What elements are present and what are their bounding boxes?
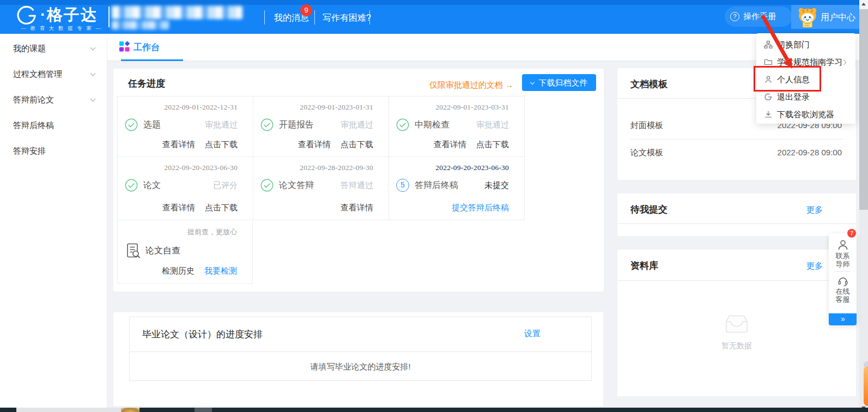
task-card-title: 任务进度 bbox=[128, 77, 165, 90]
logout-icon bbox=[764, 93, 773, 101]
start-check-link[interactable]: 我要检测 bbox=[204, 266, 237, 275]
schedule-box: 毕业论文（设计）的进度安排 设置 请填写毕业论文的进度安排! bbox=[129, 317, 592, 381]
task-name: 开题报告 bbox=[279, 119, 314, 131]
self-check-title: 论文自查 bbox=[145, 245, 180, 257]
chevron-down-icon bbox=[90, 45, 96, 51]
tab-workbench[interactable]: 工作台 bbox=[133, 42, 160, 53]
templates-title: 文档模板 bbox=[630, 78, 667, 90]
brand-tagline: — 教 育 大 数 据 专 家 — bbox=[15, 25, 108, 32]
pending-submit-card: 待我提交 更多 bbox=[617, 193, 856, 236]
menu-item-switch-department[interactable]: 切换部门 bbox=[756, 36, 855, 53]
empty-inbox-icon bbox=[721, 314, 752, 335]
task-date: 2022-09-20-2023-06-30 bbox=[396, 163, 509, 172]
task-progress-card: 任务进度 仅限审批通过的文档 → 下载归档文件 2022-09-01-2022-… bbox=[113, 69, 604, 292]
online-service-label[interactable]: 在线客服 bbox=[829, 287, 857, 304]
task-date: 2022-09-28-2022-09-30 bbox=[260, 163, 373, 172]
task-cell-midterm: 2022-09-01-2023-03-31 中期检查 审批通过 查看详情点击下载 bbox=[389, 96, 524, 156]
task-status: 审批通过 bbox=[341, 120, 373, 130]
contact-tutor-icon bbox=[836, 239, 849, 252]
download-link[interactable]: 点击下载 bbox=[476, 140, 509, 149]
task-status: 已评分 bbox=[213, 180, 238, 191]
download-archive-button[interactable]: 下载归档文件 bbox=[522, 74, 596, 91]
task-name: 论文答辩 bbox=[279, 180, 314, 191]
manual-label: 操作手册 bbox=[743, 11, 776, 22]
menu-item-download-chrome[interactable]: 下载谷歌浏览器 bbox=[756, 106, 855, 123]
view-details-link[interactable]: 查看详情 bbox=[162, 140, 195, 149]
user-center-label: 用户中心 bbox=[821, 12, 855, 23]
floating-helper-widget: 联系导师 在线客服 » bbox=[829, 233, 857, 325]
task-date: 2022-09-01-2023-03-31 bbox=[396, 103, 509, 112]
sidebar-item-my-topics[interactable]: 我的课题 bbox=[0, 35, 107, 61]
check-history-link[interactable]: 检测历史 bbox=[162, 266, 195, 275]
cover-template-link[interactable]: 封面模板 bbox=[630, 120, 663, 131]
sidebar-item-final-draft[interactable]: 答辩后终稿 bbox=[0, 112, 107, 138]
view-details-link[interactable]: 查看详情 bbox=[434, 140, 466, 149]
manual-button[interactable]: ? 操作手册 bbox=[725, 7, 792, 27]
divider bbox=[617, 223, 856, 224]
archive-filter-note: 仅限审批通过的文档 → bbox=[429, 80, 513, 90]
task-date: 2022-09-20-2023-06-30 bbox=[125, 163, 238, 172]
blurred-user-name bbox=[112, 21, 169, 29]
task-cell-defense: 2022-09-28-2022-09-30 论文答辩 答辩通过 查看详情 bbox=[253, 157, 389, 220]
user-center-button[interactable]: 用户中心 bbox=[791, 5, 859, 29]
view-details-link[interactable]: 查看详情 bbox=[341, 203, 373, 212]
check-circle-icon bbox=[260, 179, 274, 192]
nav-divider bbox=[264, 10, 265, 25]
divider bbox=[617, 280, 856, 281]
workbench-icon bbox=[119, 41, 130, 52]
document-check-icon bbox=[125, 243, 141, 259]
brand-name: ·格子达 bbox=[40, 4, 98, 26]
scrollbar-up-arrow[interactable] bbox=[859, 0, 868, 9]
download-icon bbox=[764, 110, 773, 119]
pending-submit-title: 待我提交 bbox=[630, 203, 667, 216]
submit-final-draft-link[interactable]: 提交答辩后终稿 bbox=[452, 203, 509, 212]
view-details-link[interactable]: 查看详情 bbox=[298, 140, 331, 149]
side-float-button[interactable] bbox=[864, 366, 868, 406]
chevron-down-icon bbox=[90, 71, 96, 76]
sidebar-item-pre-defense[interactable]: 答辩前论文 bbox=[0, 87, 107, 112]
task-name: 答辩后终稿 bbox=[415, 180, 458, 191]
pending-submit-more-link[interactable]: 更多 bbox=[806, 205, 823, 215]
schedule-empty-text: 请填写毕业论文的进度安排! bbox=[130, 352, 591, 381]
step-number-badge: 5 bbox=[396, 179, 409, 192]
scrollbar-thumb[interactable] bbox=[859, 9, 868, 210]
top-header: ·格子达 — 教 育 大 数 据 专 家 — 我的消息 9 写作有困难? ? 操… bbox=[0, 0, 859, 34]
task-name: 论文 bbox=[143, 180, 161, 191]
schedule-settings-link[interactable]: 设置 bbox=[524, 329, 541, 339]
thesis-template-link[interactable]: 论文模板 bbox=[630, 148, 663, 158]
download-link[interactable]: 点击下载 bbox=[205, 140, 238, 149]
app-root: ·格子达 — 教 育 大 数 据 专 家 — 我的消息 9 写作有困难? ? 操… bbox=[0, 0, 868, 412]
writing-help-link[interactable]: 写作有困难? bbox=[323, 13, 371, 24]
chevron-down-icon bbox=[90, 96, 96, 102]
check-circle-icon bbox=[125, 118, 138, 131]
task-date: 2022-09-01-2022-12-31 bbox=[125, 103, 238, 112]
task-grid: 2022-09-01-2022-12-31 选题 审批通过 查看详情点击下载 2… bbox=[117, 96, 525, 220]
task-date: 2022-09-01-2023-01-31 bbox=[260, 103, 373, 112]
annotation-red-box bbox=[754, 66, 821, 92]
main-content: 任务进度 仅限审批通过的文档 → 下载归档文件 2022-09-01-2022-… bbox=[107, 61, 859, 408]
task-name: 中期检查 bbox=[415, 119, 450, 131]
taskbar-decoration bbox=[121, 408, 139, 412]
divider bbox=[834, 271, 852, 272]
thesis-template-date: 2022-09-28 09:00 bbox=[778, 148, 842, 157]
task-name: 选题 bbox=[143, 119, 161, 131]
task-cell-final-draft: 2022-09-20-2023-06-30 5 答辩后终稿 未提交 提交答辩后终… bbox=[389, 157, 524, 220]
taskbar-segment bbox=[195, 408, 212, 412]
view-details-link[interactable]: 查看详情 bbox=[162, 203, 195, 212]
sidebar-item-process-docs[interactable]: 过程文档管理 bbox=[0, 61, 107, 87]
sidebar-item-defense-schedule[interactable]: 答辩安排 bbox=[0, 138, 107, 163]
task-cell-proposal: 2022-09-01-2023-01-31 开题报告 审批通过 查看详情点击下载 bbox=[253, 96, 389, 156]
divider bbox=[630, 139, 843, 140]
download-link[interactable]: 点击下载 bbox=[341, 140, 373, 149]
widget-badge: 7 bbox=[847, 229, 856, 238]
user-avatar bbox=[797, 7, 818, 28]
library-more-link[interactable]: 更多 bbox=[806, 261, 823, 271]
brand-logo-icon bbox=[15, 4, 38, 27]
task-status: 未提交 bbox=[484, 180, 509, 191]
page-scrollbar[interactable] bbox=[859, 0, 868, 412]
download-link[interactable]: 点击下载 bbox=[205, 203, 238, 212]
contact-tutor-label[interactable]: 联系导师 bbox=[829, 252, 857, 268]
sidebar: 我的课题 过程文档管理 答辩前论文 答辩后终稿 答辩安排 bbox=[0, 34, 107, 408]
chevron-down-icon bbox=[530, 80, 534, 84]
widget-expand-button[interactable]: » bbox=[829, 313, 857, 325]
